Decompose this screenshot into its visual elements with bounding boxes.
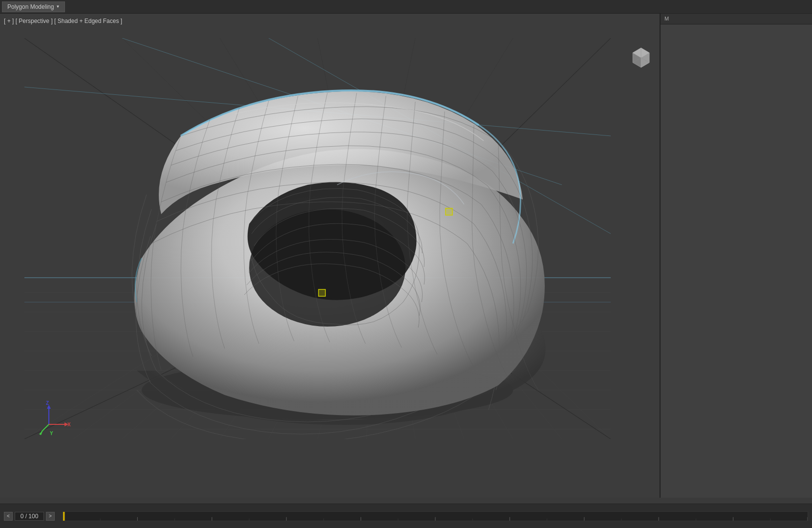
workspace-label: Polygon Modeling [7,3,54,10]
bottom-bar: < 0 / 100 > [0,504,812,528]
svg-rect-41 [319,289,325,296]
svg-rect-40 [446,208,452,215]
viewport-scene: Y X Z [24,38,611,439]
right-panel-header: M [661,14,812,24]
top-toolbar: Polygon Modeling [0,0,812,14]
workspace-dropdown-button[interactable]: Polygon Modeling [2,1,65,12]
svg-text:Y: Y [50,431,53,436]
right-panel: M [660,14,812,498]
frame-display: 0 / 100 [15,512,44,521]
next-frame-button[interactable]: > [46,512,55,521]
viewcube[interactable] [628,43,655,70]
timeline-track[interactable] [63,511,808,521]
svg-text:Z: Z [46,400,49,406]
viewport-info-text: [ + ] [ Perspective ] [ Shaded + Edged F… [4,18,122,24]
svg-text:X: X [67,422,71,427]
viewport-label: [ + ] [ Perspective ] [ Shaded + Edged F… [4,18,122,24]
main-viewport[interactable]: Y X Z [ + ] [ Perspective ] [ Shaded + E… [0,14,660,498]
svg-rect-79 [63,512,65,521]
timeline-controls: < 0 / 100 > [0,512,59,521]
right-panel-label: M [664,16,669,22]
prev-frame-button[interactable]: < [4,512,13,521]
